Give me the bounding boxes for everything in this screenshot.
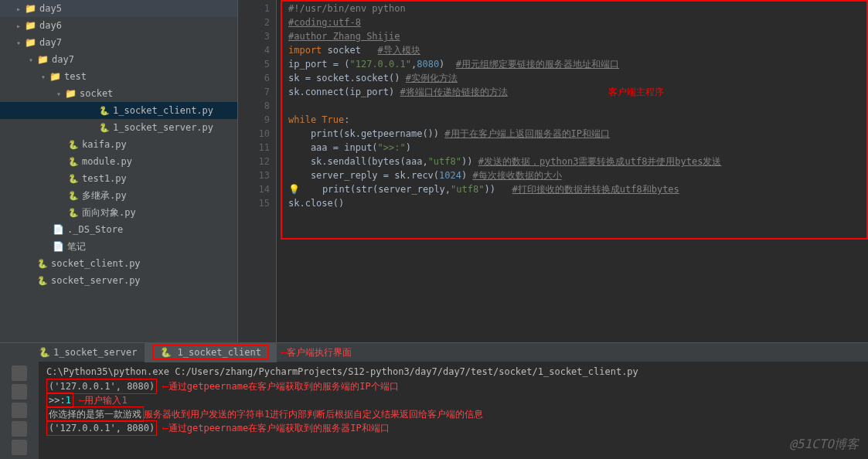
tree-folder-test[interactable]: ▾📁test [0, 68, 237, 85]
exit-button[interactable] [12, 421, 27, 437]
run-panel: 🐍1_socket_server 🐍 1_socket_client ⟵ 客户端… [0, 342, 868, 459]
annotation-userinput: 用户输入1 [84, 395, 127, 406]
tree-file-scclient[interactable]: 🐍socket_client.py [0, 255, 237, 272]
tab-client[interactable]: 🐍 1_socket_client [145, 342, 277, 362]
pause-button[interactable] [12, 403, 27, 418]
tab-server[interactable]: 🐍1_socket_server [31, 345, 145, 360]
tree-file-server[interactable]: 🐍1_socket_server.py [0, 119, 237, 136]
tree-folder-day7-inner[interactable]: ▾📁day7 [0, 51, 237, 68]
console-out-4: ('127.0.0.1', 8080) [46, 420, 157, 436]
project-tree: ▸📁day5 ▸📁day6 ▾📁day7 ▾📁day7 ▾📁test ▾📁soc… [0, 0, 238, 342]
console-cmd: C:\Python35\python.exe C:/Users/zhang/Py… [46, 365, 860, 379]
tree-folder-day7[interactable]: ▾📁day7 [0, 34, 237, 51]
lightbulb-icon[interactable]: 💡 [288, 184, 300, 195]
code-editor[interactable]: 123456789101112131415 #!/usr/bin/env pyt… [238, 0, 868, 342]
tree-file-dsstore[interactable]: 📄._DS_Store [0, 221, 237, 238]
tree-folder-socket[interactable]: ▾📁socket [0, 85, 237, 102]
tree-file-test1[interactable]: 🐍test1.py [0, 170, 237, 187]
watermark: @51CTO博客 [789, 437, 859, 453]
console-out-3: 你选择的是第一款游戏 [46, 406, 144, 422]
tree-file-module[interactable]: 🐍module.py [0, 153, 237, 170]
annotation-getpeer2: 通过getpeername在客户端获取到的服务器IP和端口 [168, 423, 390, 434]
console-output[interactable]: C:\Python35\python.exe C:/Users/zhang/Py… [39, 362, 868, 459]
tree-folder-day5[interactable]: ▸📁day5 [0, 0, 237, 17]
console-toolbar [0, 362, 39, 459]
arrow-icon: ⟵ [281, 347, 287, 358]
tree-folder-day6[interactable]: ▸📁day6 [0, 17, 237, 34]
tree-file-client[interactable]: 🐍1_socket_client.py [0, 102, 237, 119]
tree-file-kaifa[interactable]: 🐍kaifa.py [0, 136, 237, 153]
tree-file-biji[interactable]: 📄笔记 [0, 238, 237, 255]
stop-button[interactable] [12, 384, 27, 400]
rerun-button[interactable] [12, 366, 27, 381]
layout-button[interactable] [12, 440, 27, 455]
tree-file-mianxiang[interactable]: 🐍面向对象.py [0, 204, 237, 221]
run-tabs: 🐍1_socket_server 🐍 1_socket_client ⟵ 客户端… [0, 343, 868, 362]
tree-file-scserver[interactable]: 🐍socket_server.py [0, 272, 237, 289]
line-gutter: 123456789101112131415 [238, 0, 277, 342]
code-area[interactable]: #!/usr/bin/env python #coding:utf-8 #aut… [277, 0, 868, 342]
tree-file-duojicheng[interactable]: 🐍多继承.py [0, 187, 237, 204]
annotation-main: 客户端主程序 [608, 87, 664, 97]
annotation-serverresp: 服务器收到用户发送的字符串1进行内部判断后根据自定义结果返回给客户端的信息 [144, 409, 483, 420]
annotation-exec: 客户端执行界面 [287, 346, 352, 359]
annotation-getpeer1: 通过getpeername在客户端获取到的服务端的IP个端口 [168, 381, 399, 392]
console-out-1: ('127.0.0.1', 8080) [46, 379, 157, 394]
